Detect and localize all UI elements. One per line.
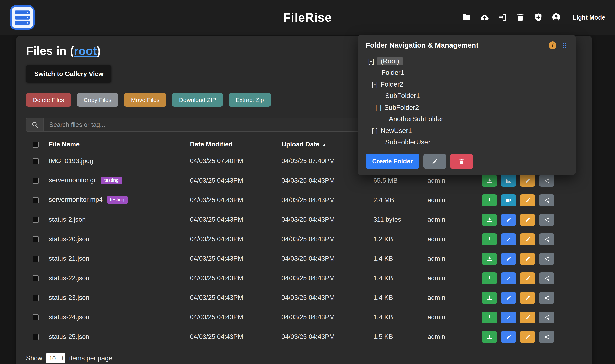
download-button[interactable] — [482, 311, 497, 323]
collapse-marker[interactable]: [-] — [372, 80, 378, 88]
gallery-view-button[interactable]: Switch to Gallery View — [26, 65, 112, 83]
drag-handle-icon[interactable] — [561, 42, 568, 49]
preview-video-button[interactable] — [501, 194, 516, 206]
file-name[interactable]: IMG_0193.jpeg — [49, 157, 93, 164]
tree-item-label[interactable]: SubFolder2 — [384, 104, 419, 111]
download-button[interactable] — [482, 331, 497, 343]
tree-item-label[interactable]: Folder2 — [380, 80, 403, 88]
tree-item-root[interactable]: [-] (Root) — [368, 55, 568, 67]
tree-item-label[interactable]: SubFolder1 — [385, 92, 420, 100]
edit-button[interactable] — [501, 311, 516, 323]
preview-image-button[interactable] — [501, 175, 516, 186]
create-folder-button[interactable]: Create Folder — [366, 154, 419, 169]
tree-item-label[interactable]: NewUser1 — [380, 127, 412, 135]
row-checkbox[interactable] — [33, 217, 39, 223]
share-button[interactable] — [539, 292, 554, 304]
rename-button[interactable] — [520, 233, 535, 245]
share-button[interactable] — [539, 253, 554, 265]
search-input[interactable] — [43, 118, 371, 131]
file-name[interactable]: status-24.json — [49, 313, 89, 321]
shield-plus-icon[interactable] — [534, 13, 543, 22]
rename-button[interactable] — [520, 311, 535, 323]
share-button[interactable] — [539, 175, 554, 186]
share-button[interactable] — [539, 194, 554, 206]
delete-files-button[interactable]: Delete Files — [26, 93, 71, 106]
sign-out-icon[interactable] — [498, 13, 507, 22]
header-file-name[interactable]: File Name — [46, 141, 187, 148]
download-button[interactable] — [482, 272, 497, 284]
edit-button[interactable] — [501, 272, 516, 284]
items-per-page-select[interactable]: 10 ▴▾ — [46, 353, 65, 363]
tree-item-subfolder2[interactable]: [-] SubFolder2 — [368, 102, 568, 113]
tree-item-folder1[interactable]: Folder1 — [368, 67, 568, 78]
collapse-marker[interactable]: [-] — [372, 127, 378, 135]
edit-button[interactable] — [501, 253, 516, 265]
row-checkbox[interactable] — [33, 197, 39, 203]
trash-icon[interactable] — [516, 13, 525, 22]
edit-button[interactable] — [501, 214, 516, 225]
header-date-modified[interactable]: Date Modified — [187, 141, 278, 148]
share-button[interactable] — [539, 233, 554, 245]
folder-icon[interactable] — [462, 13, 471, 22]
tree-item-anothersubfolder[interactable]: AnotherSubFolder — [368, 113, 568, 125]
row-checkbox[interactable] — [33, 295, 39, 301]
row-checkbox[interactable] — [33, 256, 39, 262]
share-button[interactable] — [539, 311, 554, 323]
file-name[interactable]: status-2.json — [49, 216, 86, 223]
file-name[interactable]: servermonitor.gif — [49, 177, 97, 184]
tree-item-label[interactable]: AnotherSubFolder — [389, 115, 443, 123]
share-button[interactable] — [539, 214, 554, 225]
rename-button[interactable] — [520, 214, 535, 225]
user-circle-icon[interactable] — [551, 13, 561, 22]
header-upload-date[interactable]: Upload Date▲ — [278, 141, 370, 148]
rename-button[interactable] — [520, 253, 535, 265]
move-files-button[interactable]: Move Files — [124, 93, 166, 106]
copy-files-button[interactable]: Copy Files — [77, 93, 118, 106]
download-button[interactable] — [482, 175, 497, 186]
edit-button[interactable] — [501, 331, 516, 343]
tree-item-label[interactable]: Folder1 — [381, 69, 404, 77]
rename-button[interactable] — [520, 194, 535, 206]
tree-item-folder2[interactable]: [-] Folder2 — [368, 78, 568, 90]
row-checkbox[interactable] — [33, 334, 39, 340]
download-button[interactable] — [482, 194, 497, 206]
tree-item-newuser1[interactable]: [-] NewUser1 — [368, 125, 568, 136]
tree-item-label[interactable]: (Root) — [377, 57, 403, 65]
file-name[interactable]: status-25.json — [49, 333, 89, 340]
row-checkbox[interactable] — [33, 275, 39, 281]
file-name[interactable]: status-23.json — [49, 294, 89, 301]
download-button[interactable] — [482, 214, 497, 225]
share-button[interactable] — [539, 331, 554, 343]
file-name[interactable]: status-22.json — [49, 274, 89, 281]
select-all-checkbox[interactable] — [33, 141, 39, 147]
rename-folder-button[interactable] — [423, 154, 446, 169]
rename-button[interactable] — [520, 292, 535, 304]
cloud-upload-icon[interactable] — [480, 13, 489, 22]
file-name[interactable]: servermonitor.mp4 — [49, 196, 103, 203]
row-checkbox[interactable] — [33, 178, 39, 184]
root-folder-link[interactable]: root — [74, 44, 97, 57]
extract-zip-button[interactable]: Extract Zip — [229, 93, 271, 106]
info-icon[interactable]: i — [549, 41, 556, 49]
tree-item-subfolderuser[interactable]: SubFolderUser — [368, 136, 568, 148]
file-name[interactable]: status-20.json — [49, 235, 89, 242]
rename-button[interactable] — [520, 272, 535, 284]
rename-button[interactable] — [520, 331, 535, 343]
rename-button[interactable] — [520, 175, 535, 186]
row-checkbox[interactable] — [33, 236, 39, 242]
download-zip-button[interactable]: Download ZIP — [172, 93, 223, 106]
share-button[interactable] — [539, 272, 554, 284]
collapse-marker[interactable]: [-] — [375, 104, 381, 111]
download-button[interactable] — [482, 233, 497, 245]
tree-item-subfolder1[interactable]: SubFolder1 — [368, 90, 568, 102]
delete-folder-button[interactable] — [450, 154, 473, 169]
download-button[interactable] — [482, 253, 497, 265]
collapse-marker[interactable]: [-] — [368, 57, 374, 65]
row-checkbox[interactable] — [33, 158, 39, 164]
light-mode-toggle[interactable]: Light Mode — [573, 14, 605, 21]
row-checkbox[interactable] — [33, 314, 39, 320]
file-name[interactable]: status-21.json — [49, 255, 89, 262]
tree-item-label[interactable]: SubFolderUser — [385, 139, 430, 146]
edit-button[interactable] — [501, 292, 516, 304]
edit-button[interactable] — [501, 233, 516, 245]
